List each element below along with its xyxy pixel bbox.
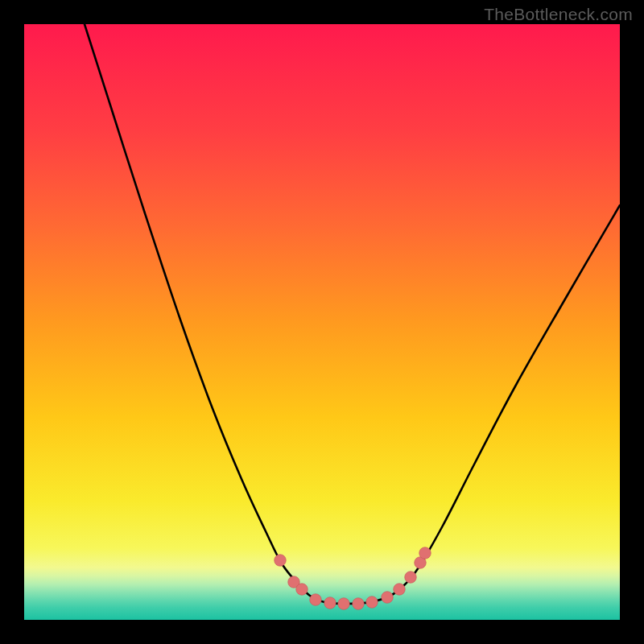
- threshold-dot: [405, 572, 417, 584]
- chart-frame: [24, 24, 620, 620]
- threshold-dot: [275, 555, 287, 567]
- threshold-dot: [324, 597, 336, 609]
- threshold-dot: [353, 598, 365, 610]
- threshold-dot: [382, 592, 394, 604]
- threshold-dots: [24, 24, 620, 620]
- threshold-dot: [419, 547, 431, 559]
- threshold-dot: [310, 594, 322, 606]
- threshold-dot: [394, 584, 406, 596]
- threshold-dot: [296, 584, 308, 596]
- threshold-dot: [366, 597, 378, 609]
- watermark-text: TheBottleneck.com: [484, 5, 633, 24]
- threshold-dot: [338, 598, 350, 610]
